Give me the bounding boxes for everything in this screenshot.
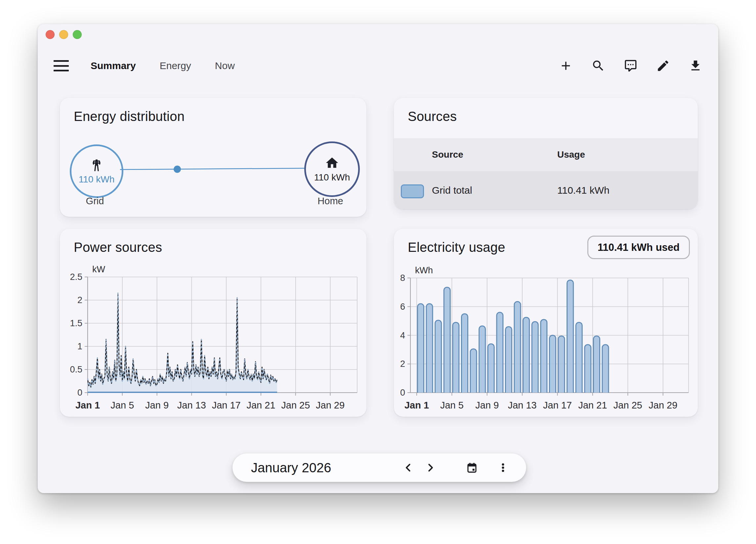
svg-text:Jan 25: Jan 25 [613,400,642,410]
toolbar-actions [558,58,703,73]
tab-now[interactable]: Now [214,58,236,74]
source-color-swatch [401,185,424,198]
svg-text:Jan 13: Jan 13 [508,400,537,410]
svg-text:Jan 9: Jan 9 [145,400,169,410]
electricity-usage-card: Electricity usage 110.41 kWh used 02468J… [394,229,698,417]
svg-text:0: 0 [400,388,405,397]
svg-text:4: 4 [400,330,405,340]
transmission-tower-icon [89,158,104,172]
column-header-source: Source [432,149,463,160]
close-window-button[interactable] [46,30,55,39]
zoom-window-button[interactable] [73,30,82,39]
search-icon[interactable] [591,58,606,73]
table-row: Grid total 110.41 kWh [394,171,698,209]
svg-text:Jan 1: Jan 1 [404,400,429,410]
svg-text:Jan 25: Jan 25 [281,400,310,410]
svg-text:Jan 1: Jan 1 [75,400,100,410]
column-header-usage: Usage [557,149,585,160]
tab-summary[interactable]: Summary [89,58,137,74]
download-icon[interactable] [688,58,703,73]
period-controls [400,459,512,476]
svg-text:Jan 17: Jan 17 [212,400,241,410]
svg-text:0.5: 0.5 [70,364,82,374]
app-window: Summary Energy Now Energy distribution [38,24,718,493]
svg-text:8: 8 [400,273,405,283]
more-options-kebab-icon[interactable] [494,459,512,476]
home-node: 110 kWh [304,142,360,197]
electricity-usage-chart: 02468Jan 1Jan 5Jan 9Jan 13Jan 17Jan 21Ja… [394,229,698,417]
minimize-window-button[interactable] [59,30,68,39]
svg-text:Jan 9: Jan 9 [475,400,499,410]
add-icon[interactable] [558,58,573,73]
calendar-icon[interactable] [463,459,481,476]
svg-text:2: 2 [77,295,82,305]
top-navigation: Summary Energy Now [38,53,718,79]
period-label: January 2026 [251,460,331,475]
svg-text:Jan 21: Jan 21 [578,400,607,410]
grid-label: Grid [62,196,128,207]
power-sources-chart: 00.511.522.5Jan 1Jan 5Jan 9Jan 13Jan 17J… [60,229,366,417]
home-value: 110 kWh [314,172,350,183]
svg-text:6: 6 [400,302,405,312]
svg-text:Jan 21: Jan 21 [246,400,275,410]
grid-value: 110 kWh [79,174,114,185]
svg-text:2.5: 2.5 [70,272,82,282]
svg-text:Jan 5: Jan 5 [110,400,134,410]
svg-text:0: 0 [77,388,82,397]
tab-energy[interactable]: Energy [158,58,192,74]
flow-dot [174,166,181,173]
svg-text:Jan 29: Jan 29 [316,400,345,410]
svg-text:Jan 5: Jan 5 [440,400,464,410]
grid-node: 110 kWh [70,145,123,198]
card-title: Sources [408,109,457,124]
source-usage: 110.41 kWh [557,185,609,196]
date-period-bar: January 2026 [232,453,526,482]
svg-text:kW: kW [92,265,105,274]
svg-text:Jan 13: Jan 13 [177,400,206,410]
window-controls [46,30,82,39]
menu-icon[interactable] [54,60,69,71]
svg-text:1.5: 1.5 [70,318,82,328]
svg-text:Jan 29: Jan 29 [649,400,677,410]
home-label: Home [297,196,363,207]
next-period-button[interactable] [422,459,439,476]
edit-pencil-icon[interactable] [655,58,671,73]
svg-text:Jan 17: Jan 17 [543,400,572,410]
sources-card: Sources Source Usage Grid total 110.41 k… [394,98,698,209]
power-sources-card: Power sources 00.511.522.5Jan 1Jan 5Jan … [60,229,366,417]
svg-text:2: 2 [400,359,405,369]
source-name: Grid total [432,185,472,196]
svg-text:1: 1 [77,341,82,351]
assist-chat-icon[interactable] [623,58,638,73]
svg-text:kWh: kWh [415,266,433,275]
sources-table-header: Source Usage [394,138,698,171]
energy-distribution-card: Energy distribution 110 kWh Grid [60,98,366,217]
view-tabs: Summary Energy Now [89,58,236,74]
previous-period-button[interactable] [400,459,417,476]
home-icon [325,156,339,170]
